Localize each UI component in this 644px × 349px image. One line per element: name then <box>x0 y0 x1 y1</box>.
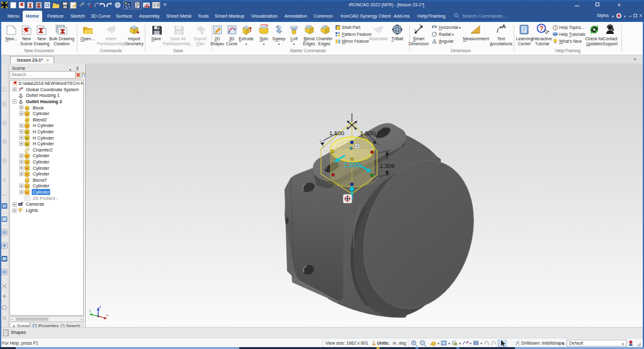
svg-text:Edges: Edges <box>318 42 330 47</box>
svg-text:New...: New... <box>6 36 18 41</box>
svg-text:Save: Save <box>173 48 183 53</box>
svg-text:Blend7: Blend7 <box>33 177 47 183</box>
svg-text:1.500: 1.500 <box>344 161 360 169</box>
svg-text:Dimension: Dimension <box>409 42 429 46</box>
svg-text:Part: Part <box>196 42 205 46</box>
svg-text:▾: ▾ <box>263 42 265 46</box>
svg-text:Scene: Scene <box>20 42 32 46</box>
svg-text:Assemble: Assemble <box>369 36 388 41</box>
svg-text:What's New: What's New <box>559 39 582 43</box>
svg-text:Block: Block <box>33 105 44 111</box>
svg-text:Global Coordinate System: Global Coordinate System <box>26 87 79 92</box>
svg-text:H Cylinder: H Cylinder <box>33 129 54 135</box>
svg-text:Chamfer2: Chamfer2 <box>33 147 53 153</box>
svg-text:2D Profile4 -: 2D Profile4 - <box>33 196 59 201</box>
svg-text:Horizontal: Horizontal <box>439 25 458 30</box>
svg-text:?: ? <box>554 26 556 30</box>
svg-text:Part/Assembly...: Part/Assembly... <box>163 42 194 47</box>
svg-text:▾: ▾ <box>246 42 247 46</box>
svg-text:Check for: Check for <box>585 36 604 41</box>
svg-text:Outlet Housing 2: Outlet Housing 2 <box>26 99 62 104</box>
svg-text:H Cylinder: H Cylinder <box>33 123 54 128</box>
svg-text:A: A <box>502 23 506 30</box>
svg-text:Cylinder: Cylinder <box>33 153 50 158</box>
svg-text:Support: Support <box>602 42 618 47</box>
svg-text:Blend2: Blend2 <box>33 117 47 123</box>
svg-text:Help/Training: Help/Training <box>555 48 580 53</box>
svg-text:Text: Text <box>497 36 506 41</box>
svg-text:Creation: Creation <box>54 42 70 46</box>
svg-text:Cylinder: Cylinder <box>33 183 50 189</box>
svg-text:▾: ▾ <box>452 33 454 36</box>
svg-text:?: ? <box>539 25 543 32</box>
svg-text:Spin: Spin <box>259 36 268 42</box>
svg-text:Contact: Contact <box>602 36 618 41</box>
svg-text:1.500: 1.500 <box>360 130 375 136</box>
svg-text:▼: ▼ <box>437 341 440 345</box>
svg-text:Extrude: Extrude <box>239 36 254 41</box>
svg-text:Measurement: Measurement <box>463 36 489 41</box>
svg-text:Geometry: Geometry <box>125 42 144 47</box>
svg-text:Loft: Loft <box>290 36 297 41</box>
svg-text:Updates: Updates <box>586 42 602 47</box>
svg-text:Cylinder: Cylinder <box>33 159 50 165</box>
svg-text:z: z <box>99 305 101 309</box>
svg-text:Drawing: Drawing <box>34 42 50 47</box>
svg-text:Edges: Edges <box>303 42 315 47</box>
svg-text:Outlet Housing 1: Outlet Housing 1 <box>26 92 60 98</box>
svg-text:▼: ▼ <box>469 341 472 345</box>
svg-text:▾: ▾ <box>293 42 295 46</box>
svg-text:Help Tutorials: Help Tutorials <box>559 32 585 37</box>
svg-text:Starter Commands: Starter Commands <box>290 48 326 53</box>
svg-text:▾: ▾ <box>278 42 280 46</box>
svg-text:Cylinder: Cylinder <box>33 171 50 177</box>
svg-text:Cameras: Cameras <box>26 201 45 207</box>
svg-text:Curve: Curve <box>226 42 237 46</box>
svg-text:New: New <box>22 36 31 41</box>
svg-text:Radial: Radial <box>439 32 451 36</box>
svg-text:1.500: 1.500 <box>329 130 344 136</box>
svg-text:▾: ▾ <box>459 26 461 30</box>
svg-text:H Cylinder: H Cylinder <box>33 141 54 147</box>
svg-text:Smart: Smart <box>413 36 424 41</box>
svg-text:Shape▾: Shape▾ <box>210 42 225 47</box>
svg-text:Cylinder: Cylinder <box>33 111 50 116</box>
svg-text:Dimension: Dimension <box>451 48 471 53</box>
svg-text:Insert: Insert <box>106 36 116 41</box>
svg-text:TriBall: TriBall <box>391 36 404 41</box>
svg-text:Center: Center <box>518 42 531 46</box>
svg-text:Cylinder: Cylinder <box>33 189 50 195</box>
svg-text:Blend: Blend <box>303 36 315 41</box>
svg-text:2D: 2D <box>215 36 220 41</box>
svg-text:New Document: New Document <box>25 48 54 53</box>
svg-text:▼: ▼ <box>480 341 483 345</box>
svg-text:New: New <box>37 36 46 41</box>
svg-text:Tutorial: Tutorial <box>535 42 550 46</box>
svg-text:▼: ▼ <box>623 14 626 18</box>
svg-text:H Cylinder: H Cylinder <box>33 135 54 141</box>
svg-text:▼: ▼ <box>458 341 461 345</box>
svg-text:Open...: Open... <box>81 36 94 42</box>
svg-text:Commands: Commands <box>100 48 122 53</box>
svg-text:1.309: 1.309 <box>380 162 395 169</box>
svg-text:Shell Part: Shell Part <box>342 25 361 30</box>
svg-text:Interactive: Interactive <box>532 36 552 41</box>
svg-text:Annotations: Annotations <box>490 42 513 46</box>
svg-text:Mirror Feature: Mirror Feature <box>342 39 369 43</box>
svg-text:Help Topics...: Help Topics... <box>559 25 585 30</box>
svg-text:Save: Save <box>151 36 161 41</box>
svg-text:D:\data\2018 NEW\Word\TECH-NET: D:\data\2018 NEW\Word\TECH-NET <box>19 81 84 86</box>
svg-text:▼: ▼ <box>448 341 451 345</box>
svg-text:Cylinder: Cylinder <box>33 165 50 171</box>
svg-text:Y: Y <box>89 309 91 313</box>
svg-text:x: x <box>106 313 108 317</box>
svg-text:Pattern Feature: Pattern Feature <box>342 32 371 36</box>
svg-text:Save As: Save As <box>171 36 187 41</box>
svg-text:Chamfer: Chamfer <box>316 36 333 41</box>
svg-text:Sweep: Sweep <box>273 36 286 42</box>
svg-text:Part/Assembly: Part/Assembly <box>97 42 125 47</box>
svg-text:3D: 3D <box>229 36 235 41</box>
svg-text:Angular: Angular <box>439 39 454 44</box>
svg-text:Lights: Lights <box>26 208 38 213</box>
